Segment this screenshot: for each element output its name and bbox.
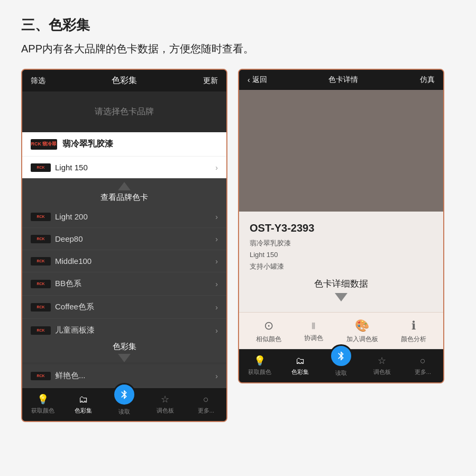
bluetooth-button[interactable]	[113, 383, 136, 406]
chevron-1: ›	[215, 213, 218, 221]
color-item-name-2: Deep80	[55, 234, 83, 243]
color-list-item-3[interactable]: RCK Middle100 ›	[22, 250, 226, 272]
color-list: RCK Light 150 › 查看品牌色卡 RCK	[22, 157, 226, 388]
chevron-3: ›	[215, 257, 218, 266]
phone2-header-title: 色卡详情	[328, 75, 358, 85]
phone2-nav-label-4: 更多...	[415, 368, 431, 376]
color-list-item-4[interactable]: RCK BB色系 ›	[22, 272, 226, 296]
phone2-nav-label-bluetooth: 读取	[335, 369, 347, 377]
color-detail-line1: 翡冷翠乳胶漆	[250, 237, 433, 249]
triangle-up	[118, 182, 131, 190]
mini-logo-6: RCK	[31, 326, 51, 335]
phone1-nav-label-4: 更多...	[198, 407, 214, 415]
mini-logo-3: RCK	[31, 257, 51, 266]
action-label-0: 相似颜色	[256, 335, 281, 344]
color-item-name-5: Coffee色系	[55, 302, 94, 312]
phone1-nav-item-3[interactable]: ☆ 调色板	[145, 393, 186, 415]
detail-section-label: 色卡详细数据	[250, 272, 433, 304]
mini-logo-4: RCK	[31, 280, 51, 288]
more-icon: ○	[203, 394, 209, 405]
action-harmony-color[interactable]: ⦀ 协调色	[304, 321, 323, 343]
detail-triangle-down	[335, 293, 347, 301]
phone1-nav-label-bluetooth: 读取	[118, 408, 130, 416]
phone2-bottom-nav: 💡 获取颜色 🗂 色彩集 读取 ☆ 调色板	[239, 349, 443, 382]
color-details: 翡冷翠乳胶漆 Light 150 支持小罐漆	[250, 237, 433, 272]
color-detail-line2: Light 150	[250, 249, 433, 261]
action-color-analysis[interactable]: ℹ 颜色分析	[401, 319, 426, 344]
phone2-nav-item-0[interactable]: 💡 获取颜色	[239, 355, 280, 376]
color-analysis-icon: ℹ	[411, 319, 416, 333]
item6-container: RCK 儿童画板漆 › 色彩集	[22, 319, 226, 362]
chevron-7: ›	[215, 372, 218, 380]
overlay-container: 查看品牌色卡	[22, 179, 226, 206]
mini-logo-7: RCK	[31, 372, 51, 380]
color-item-name-4: BB色系	[55, 279, 81, 289]
action-add-palette[interactable]: 🎨 加入调色板	[346, 319, 378, 344]
action-row: ⊙ 相似颜色 ⦀ 协调色 🎨 加入调色板 ℹ 颜色分析	[239, 312, 443, 349]
color-item-name-3: Middle100	[55, 257, 91, 266]
palette-icon: ☆	[161, 393, 169, 405]
phone1-nav-item-4[interactable]: ○ 更多...	[186, 394, 226, 415]
color-list-item-0[interactable]: RCK Light 150 ›	[22, 157, 226, 179]
color-detail-line3: 支持小罐漆	[250, 261, 433, 272]
back-label: 返回	[252, 75, 267, 85]
phone2-nav-item-1[interactable]: 🗂 色彩集	[280, 355, 321, 376]
phone2-nav-item-bluetooth[interactable]: 读取	[321, 354, 361, 377]
phone1-header-left[interactable]: 筛选	[31, 76, 45, 86]
phone1-nav-label-0: 获取颜色	[31, 407, 54, 415]
lightbulb-icon-2: 💡	[254, 355, 266, 367]
brand-select-placeholder: 请选择色卡品牌	[95, 107, 154, 116]
add-palette-icon: 🎨	[355, 319, 369, 333]
phone2-nav-item-4[interactable]: ○ 更多...	[402, 355, 443, 376]
phone2-header-right[interactable]: 仿真	[420, 75, 435, 85]
action-similar-color[interactable]: ⊙ 相似颜色	[256, 319, 281, 344]
more-icon-2: ○	[420, 355, 426, 367]
phone1-nav-item-1[interactable]: 🗂 色彩集	[63, 394, 104, 415]
page-container: 三、色彩集 APP内有各大品牌的色卡数据，方便您随时查看。 筛选 色彩集 更新 …	[0, 0, 476, 476]
phone1-nav-item-bluetooth[interactable]: 读取	[104, 392, 144, 416]
color-item-name-1: Light 200	[55, 212, 88, 221]
chevron-4: ›	[215, 280, 218, 288]
footer-label: 色彩集	[22, 342, 226, 354]
color-list-item-5[interactable]: RCK Coffee色系 ›	[22, 296, 226, 319]
phone1-header-right[interactable]: 更新	[203, 76, 218, 86]
chevron-2: ›	[215, 235, 218, 243]
bluetooth-icon	[119, 389, 130, 400]
mini-logo-1: RCK	[31, 213, 51, 221]
section-title: 三、色彩集	[21, 16, 455, 34]
collection-icon-2: 🗂	[296, 355, 305, 367]
phone2-nav-label-3: 调色板	[373, 368, 391, 376]
chevron-5: ›	[215, 303, 218, 312]
color-list-item-6[interactable]: RCK 儿童画板漆 ›	[22, 319, 226, 342]
phone1-nav-label-1: 色彩集	[75, 407, 92, 415]
color-list-item-2[interactable]: RCK Deep80 ›	[22, 228, 226, 250]
phone1-nav-label-3: 调色板	[157, 407, 174, 415]
color-list-item-1[interactable]: RCK Light 200 ›	[22, 206, 226, 228]
mini-logo-5: RCK	[31, 303, 51, 312]
brand-header-row[interactable]: RCK 翡冷翠 翡冷翠乳胶漆	[22, 132, 226, 157]
brand-select-area[interactable]: 请选择色卡品牌	[22, 91, 226, 132]
action-label-3: 颜色分析	[401, 335, 426, 344]
phone2-nav-label-0: 获取颜色	[248, 368, 271, 376]
phone1-header-title: 色彩集	[112, 75, 137, 86]
bluetooth-button-2[interactable]	[329, 344, 353, 368]
phone1-bottom-nav: 💡 获取颜色 🗂 色彩集 读取 ☆ 调色板	[22, 388, 226, 421]
color-swatch	[239, 90, 443, 212]
triangle-down	[118, 354, 131, 362]
brand-logo: RCK 翡冷翠	[31, 139, 57, 150]
palette-icon-2: ☆	[378, 355, 386, 367]
phone1: 筛选 色彩集 更新 请选择色卡品牌 RCK 翡冷翠 翡冷翠乳胶漆	[21, 69, 227, 422]
action-label-2: 加入调色板	[346, 335, 378, 344]
phone2-nav-label-1: 色彩集	[291, 368, 309, 376]
chevron-0: ›	[215, 163, 218, 172]
color-info: OST-Y3-2393 翡冷翠乳胶漆 Light 150 支持小罐漆 色卡详细数…	[239, 212, 443, 312]
collection-icon: 🗂	[79, 394, 88, 405]
lightbulb-icon: 💡	[37, 393, 49, 405]
phone1-nav-item-0[interactable]: 💡 获取颜色	[22, 393, 63, 415]
phone2: ‹ 返回 色卡详情 仿真 OST-Y3-2393 翡冷翠乳胶漆 Light 15…	[238, 69, 444, 383]
back-button[interactable]: ‹ 返回	[248, 75, 267, 85]
color-item-name-6: 儿童画板漆	[55, 325, 95, 335]
phone2-nav-item-3[interactable]: ☆ 调色板	[362, 355, 402, 376]
mini-logo-0: RCK	[31, 163, 51, 172]
color-item-name-7: 鲜艳色...	[55, 371, 86, 381]
